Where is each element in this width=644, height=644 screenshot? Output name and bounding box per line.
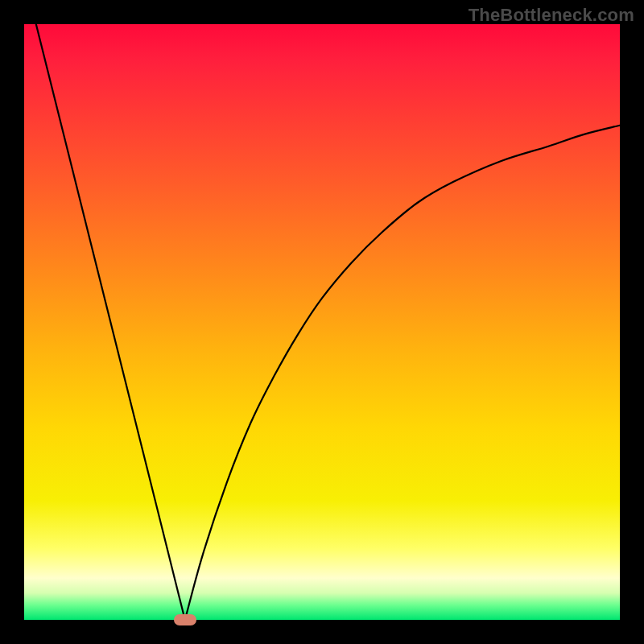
curve-left (36, 24, 185, 620)
watermark-text: TheBottleneck.com (469, 5, 634, 26)
curve-right (185, 126, 620, 620)
minimum-marker (174, 614, 196, 625)
curve-layer (24, 24, 620, 620)
chart-stage: TheBottleneck.com (0, 0, 644, 644)
plot-area (24, 24, 620, 620)
